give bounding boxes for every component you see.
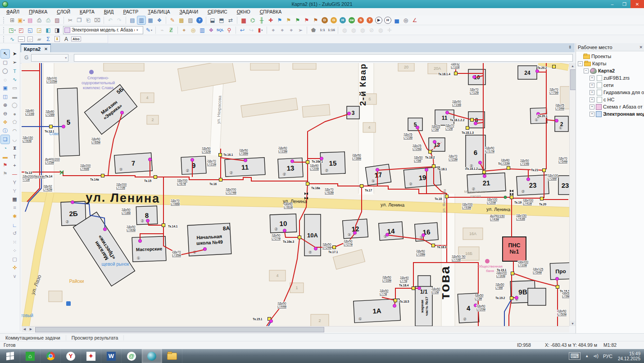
map-building[interactable]: Про [550, 263, 569, 280]
scroll-right-icon[interactable]: ▶ [28, 327, 34, 332]
style-fill-button[interactable]: ▱ [26, 35, 34, 43]
panel-props-button[interactable]: ▦ [146, 16, 154, 24]
map-consumer-dot[interactable] [353, 231, 356, 234]
map-node[interactable] [306, 182, 309, 186]
map-node[interactable] [50, 125, 53, 128]
map-building[interactable]: ПНС№1 [503, 237, 526, 261]
map-building[interactable] [418, 276, 431, 287]
language-indicator[interactable]: РУС [603, 354, 612, 359]
rotate-tool[interactable]: ↺ [10, 229, 19, 238]
bookmark-button[interactable]: ▮▾ [256, 26, 264, 34]
map-node[interactable] [432, 244, 435, 247]
style-line-button[interactable]: ∿ [8, 35, 16, 43]
tree-expander-icon[interactable]: + [590, 97, 594, 102]
style-sum-button[interactable]: Σ [44, 35, 52, 43]
map-consumer-dot[interactable] [472, 75, 476, 78]
scroll-left-icon[interactable]: ◀ [22, 327, 27, 332]
image-window-tool[interactable]: ▣ [1, 84, 9, 92]
table-window-button[interactable]: ▨ [186, 16, 195, 24]
map-consumer-dot[interactable] [103, 227, 106, 231]
menu-item-правка[interactable]: ПРАВКА [29, 9, 47, 14]
map-building[interactable]: 10А② [304, 214, 321, 256]
symbol-y1-tool[interactable]: Y [10, 178, 19, 186]
map-building[interactable]: Мастерские① [132, 236, 166, 262]
map-node[interactable] [333, 246, 336, 249]
zoom-out-tool[interactable]: ⊖ [1, 109, 9, 118]
edit-pencil-button[interactable]: ✎ [168, 16, 177, 24]
keyboard-icon[interactable]: ⌨ [569, 352, 581, 360]
add-raster-button[interactable]: ▧ [53, 16, 61, 24]
hatch2-tool[interactable]: ⌗ [10, 204, 19, 212]
tree-item-сети[interactable]: +сети [578, 82, 644, 89]
text-tool[interactable]: Т [10, 152, 19, 161]
calc-D-button[interactable]: D [321, 16, 329, 24]
map-building[interactable]: 1/1жарнаячасть №17 [415, 286, 432, 326]
menu-item-сервис[interactable]: СЕРВИС [208, 9, 227, 14]
yandex-icon[interactable]: Y [61, 349, 81, 363]
hydrant-button[interactable]: ✚ [267, 16, 275, 24]
node-tools-1-button[interactable]: ⌖ [269, 26, 277, 34]
polyline-tool[interactable]: ∿ [10, 75, 19, 84]
ruler-tool[interactable]: ▬ [1, 152, 9, 161]
map-node[interactable] [511, 272, 514, 275]
map-building[interactable]: 8АНачальнаяшкола №49② [187, 223, 231, 256]
flag-tool[interactable]: ⚑ [1, 161, 9, 169]
tree-expander-icon[interactable]: + [590, 83, 594, 88]
map-consumer-dot[interactable] [314, 247, 317, 250]
select-tool[interactable]: ↖ [1, 50, 9, 58]
chrome-icon[interactable] [41, 349, 61, 363]
tree-expander-icon[interactable]: + [590, 112, 594, 117]
tree-expander-icon[interactable]: + [590, 90, 594, 95]
edit-table-button[interactable]: ▩ [177, 16, 186, 24]
mailru-icon[interactable]: @ [122, 349, 142, 363]
map-add-button[interactable]: ◳▾ [8, 26, 16, 34]
map-consumer-dot[interactable] [555, 119, 558, 122]
ellipse-filled-tool[interactable]: ● [10, 109, 19, 118]
map-consumer-dot[interactable] [385, 233, 389, 236]
menu-item-таблица[interactable]: ТАБЛИЦА [148, 9, 170, 14]
map-consumer-dot[interactable] [146, 219, 149, 222]
map-consumer-dot[interactable] [376, 168, 379, 171]
slope-4-button[interactable]: ⚑ [303, 16, 311, 24]
scale-1-1-button[interactable]: 1:1 [318, 26, 327, 34]
hatch-tool[interactable]: ▦ [10, 195, 19, 204]
open-button[interactable]: ▣▾ [17, 16, 25, 24]
print-preview-button[interactable]: ⎙ [44, 16, 52, 24]
map-node[interactable] [162, 224, 165, 227]
nav-forward-button[interactable]: ↪ [247, 26, 255, 34]
map-building[interactable]: 1А① [354, 299, 400, 322]
map-pipe-red[interactable] [267, 239, 299, 326]
map-consumer-dot[interactable] [417, 286, 421, 290]
find-object-button[interactable]: ⌖ [180, 26, 188, 34]
layer-combo[interactable]: Электронная модель г. Абаза от 1▾ [63, 26, 143, 34]
piezo-chart-button[interactable]: ▆ [240, 16, 248, 24]
map-node[interactable] [510, 196, 513, 199]
workspace-close-icon[interactable]: ✕ [639, 45, 643, 50]
slope-2-button[interactable]: ⚑ [285, 16, 293, 24]
help-button[interactable]: ? [195, 16, 204, 24]
grid-window-tool[interactable]: ◫ [1, 92, 9, 101]
collapse-tool[interactable]: ∨ [10, 272, 19, 281]
sql-button[interactable]: SQL [216, 26, 224, 34]
map-edit-button[interactable]: ◲ [35, 26, 43, 34]
cross-tool[interactable]: + [10, 161, 19, 169]
node-edit-tool[interactable]: ➢ [10, 58, 19, 67]
map-building[interactable]: 5 [57, 88, 79, 156]
gate-button[interactable]: ╫ [258, 16, 266, 24]
valve-icon[interactable] [510, 190, 513, 192]
star-tool[interactable]: ✱ [10, 212, 19, 221]
ellipse-tool[interactable]: ◯ [10, 101, 19, 109]
nav-back-button[interactable]: ↩ [238, 26, 246, 34]
map-building[interactable]: 7② [114, 153, 153, 173]
map-consumer-dot[interactable] [555, 277, 558, 280]
mode-3-button[interactable]: ◍ [358, 26, 367, 34]
map-consumer-dot[interactable] [283, 229, 286, 232]
panel-list-button[interactable]: ▤ [128, 16, 136, 24]
panel-window-button[interactable]: ❖ [155, 16, 163, 24]
compass-tool[interactable]: ◔ [1, 144, 9, 152]
horizontal-scrollbar[interactable]: ◀ ▶ [22, 326, 569, 332]
circle-O-button[interactable]: ◎ [402, 16, 410, 24]
map-consumer-dot[interactable] [425, 168, 428, 171]
map-building[interactable]: 13② [278, 158, 303, 178]
map-consumer-dot[interactable] [483, 174, 486, 177]
